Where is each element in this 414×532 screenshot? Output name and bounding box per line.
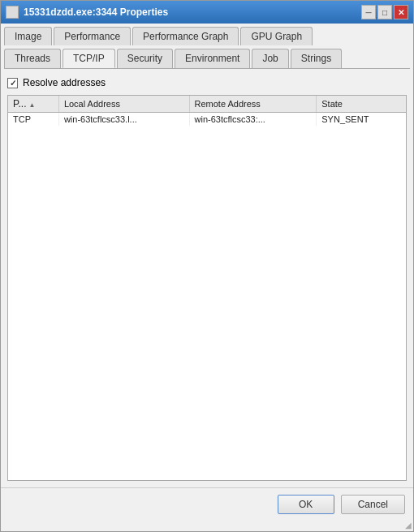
window-title: 15331dzdd.exe:3344 Properties: [24, 6, 361, 18]
title-bar: 15331dzdd.exe:3344 Properties ─ □ ✕: [1, 1, 413, 24]
tcp-table-container[interactable]: P... ▲ Local Address Remote Address Stat…: [7, 95, 407, 481]
content-area: ✓ Resolve addresses P... ▲ Local Address…: [1, 69, 413, 487]
tab-environment[interactable]: Environment: [175, 49, 250, 68]
col-state: State: [317, 96, 406, 113]
sort-icon: ▲: [29, 101, 36, 109]
ok-button[interactable]: OK: [278, 495, 334, 514]
tabs-row1: Image Performance Performance Graph GPU …: [1, 24, 413, 45]
close-button[interactable]: ✕: [394, 5, 408, 19]
tab-threads[interactable]: Threads: [4, 49, 61, 68]
window-icon: [6, 6, 19, 19]
cancel-button[interactable]: Cancel: [341, 495, 405, 514]
tab-gpu-graph[interactable]: GPU Graph: [240, 27, 313, 45]
tab-tcpip[interactable]: TCP/IP: [63, 49, 115, 68]
table-header-row: P... ▲ Local Address Remote Address Stat…: [8, 96, 406, 113]
cell-state: SYN_SENT: [317, 113, 406, 127]
table-row[interactable]: TCP win-63tcflcsc33.l... win-63tcflcsc33…: [8, 113, 406, 127]
tab-security[interactable]: Security: [117, 49, 173, 68]
tabs-row2: Threads TCP/IP Security Environment Job …: [1, 45, 413, 68]
checkbox-check-icon: ✓: [10, 79, 16, 88]
tab-image[interactable]: Image: [4, 27, 52, 45]
tab-job[interactable]: Job: [252, 49, 288, 68]
cell-remote-address: win-63tcflcsc33:...: [189, 113, 317, 127]
table-body: TCP win-63tcflcsc33.l... win-63tcflcsc33…: [8, 113, 406, 127]
cell-protocol: TCP: [8, 113, 58, 127]
resolve-row: ✓ Resolve addresses: [7, 75, 407, 90]
col-protocol: P... ▲: [8, 96, 58, 113]
minimize-button[interactable]: ─: [361, 5, 376, 19]
tcp-table: P... ▲ Local Address Remote Address Stat…: [8, 96, 406, 126]
resolve-checkbox[interactable]: ✓: [7, 78, 18, 88]
resolve-label: Resolve addresses: [23, 77, 106, 88]
tab-performance[interactable]: Performance: [54, 27, 131, 45]
maximize-button[interactable]: □: [377, 5, 392, 19]
col-remote-address: Remote Address: [189, 96, 317, 113]
main-window: 15331dzdd.exe:3344 Properties ─ □ ✕ Imag…: [0, 0, 414, 532]
tab-strings[interactable]: Strings: [291, 49, 342, 68]
col-local-address: Local Address: [58, 96, 189, 113]
cell-local-address: win-63tcflcsc33.l...: [58, 113, 189, 127]
tab-performance-graph[interactable]: Performance Graph: [132, 27, 239, 45]
footer: OK Cancel: [1, 487, 413, 521]
resize-corner: ◢: [1, 521, 413, 531]
title-bar-buttons: ─ □ ✕: [361, 5, 408, 19]
